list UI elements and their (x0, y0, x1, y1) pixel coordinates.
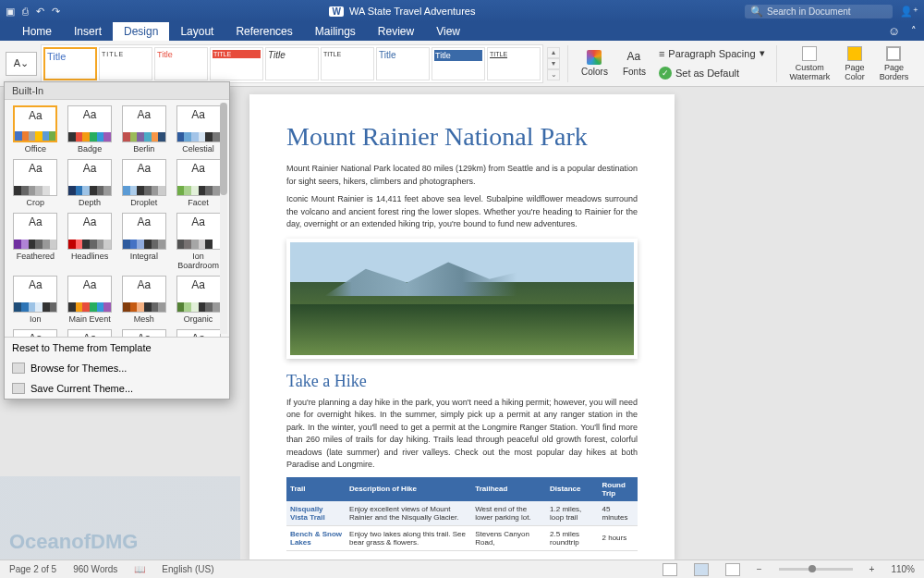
style-thumb[interactable]: TITLE (99, 47, 152, 80)
theme-label: Droplet (119, 198, 170, 207)
paragraph[interactable]: Mount Rainier National Park located 80 m… (286, 163, 638, 188)
theme-option-office[interactable]: AaOffice (10, 105, 61, 154)
print-layout-icon[interactable] (694, 563, 709, 576)
landscape-photo[interactable] (286, 239, 638, 359)
tab-design[interactable]: Design (113, 22, 169, 41)
theme-option-droplet[interactable]: AaDroplet (119, 159, 170, 207)
table-row[interactable]: Nisqually Vista TrailEnjoy excellent vie… (286, 501, 638, 526)
page-borders-button[interactable]: Page Borders (874, 46, 915, 81)
theme-label: Headlines (65, 252, 116, 261)
sidebar-toggle-icon[interactable]: ▣ (6, 6, 15, 18)
theme-option-ion[interactable]: AaIon (10, 276, 61, 324)
table-row[interactable]: Bench & Snow LakesEnjoy two lakes along … (286, 525, 638, 550)
theme-label: Feathered (10, 252, 61, 261)
style-thumb[interactable]: Title (43, 47, 97, 80)
colors-button[interactable]: Colors (576, 50, 614, 77)
theme-option-berlin[interactable]: AaBerlin (119, 105, 170, 154)
collapse-ribbon-icon[interactable]: ˄ (911, 25, 917, 37)
language-indicator[interactable]: English (US) (162, 564, 213, 574)
heading-2[interactable]: Take a Hike (286, 372, 638, 391)
tab-mailings[interactable]: Mailings (304, 22, 367, 41)
style-thumb[interactable]: TITLE (321, 47, 374, 80)
feedback-icon[interactable]: ☺ (888, 24, 900, 38)
search-input[interactable] (767, 6, 887, 17)
theme-label: Organic (173, 314, 224, 324)
theme-option-organic[interactable]: AaOrganic (173, 276, 224, 324)
theme-label: Integral (119, 252, 170, 261)
tab-home[interactable]: Home (11, 22, 63, 41)
spellcheck-icon[interactable]: 📖 (134, 564, 145, 574)
search-icon: 🔍 (750, 6, 763, 18)
folder-icon (12, 363, 25, 374)
page-indicator[interactable]: Page 2 of 5 (9, 564, 56, 574)
zoom-out-button[interactable]: − (757, 564, 762, 574)
page[interactable]: Mount Rainier National Park Mount Rainie… (249, 94, 675, 560)
style-thumb[interactable]: Title (432, 47, 485, 80)
theme-option-celestial[interactable]: AaCelestial (173, 105, 224, 154)
style-thumb[interactable]: TITLE (210, 47, 263, 80)
style-thumb[interactable]: Title (265, 47, 319, 80)
theme-label: Ion Boardroom (173, 252, 224, 270)
tab-layout[interactable]: Layout (169, 22, 225, 41)
style-thumb[interactable]: TITLE (487, 47, 541, 80)
fonts-button[interactable]: Fonts (617, 50, 651, 77)
theme-label: Berlin (119, 144, 170, 154)
heading-1[interactable]: Mount Rainier National Park (286, 122, 638, 152)
theme-label: Celestial (173, 144, 224, 154)
zoom-slider[interactable] (779, 568, 853, 571)
tab-references[interactable]: References (225, 22, 303, 41)
word-count[interactable]: 960 Words (73, 564, 117, 574)
dropdown-scrollbar[interactable] (220, 103, 227, 334)
document-formatting-gallery[interactable]: Title TITLE Title TITLE Title TITLE Titl… (41, 44, 543, 83)
search-box[interactable]: 🔍 (745, 5, 893, 18)
themes-button[interactable]: A⌄ (6, 52, 37, 76)
ribbon: A⌄ Title TITLE Title TITLE Title TITLE T… (0, 41, 924, 87)
tab-insert[interactable]: Insert (63, 22, 113, 41)
hikes-table[interactable]: Trail Description of Hike Trailhead Dist… (286, 477, 638, 551)
theme-option-blank[interactable]: Aa (173, 329, 224, 337)
status-bar: Page 2 of 5 960 Words 📖 English (US) − +… (0, 560, 924, 578)
reset-theme-item[interactable]: Reset to Theme from Template (5, 338, 229, 358)
theme-option-depth[interactable]: AaDepth (65, 159, 116, 207)
paragraph[interactable]: Iconic Mount Rainier is 14,411 feet abov… (286, 193, 638, 231)
style-thumb[interactable]: Title (154, 47, 208, 80)
focus-view-icon[interactable] (663, 563, 677, 576)
spacing-icon: ≡ (659, 48, 664, 59)
theme-option-main-event[interactable]: AaMain Event (65, 276, 116, 324)
share-icon[interactable]: 👤⁺ (900, 6, 918, 18)
theme-option-feathered[interactable]: AaFeathered (10, 213, 61, 270)
theme-option-crop[interactable]: AaCrop (10, 159, 61, 207)
tab-view[interactable]: View (425, 22, 471, 41)
theme-label: Main Event (65, 314, 116, 324)
watermark-button[interactable]: Custom Watermark (784, 46, 836, 81)
page-color-icon (847, 46, 862, 61)
browse-themes-item[interactable]: Browse for Themes... (5, 358, 229, 378)
undo-icon[interactable]: ↶ (36, 6, 44, 18)
theme-option-facet[interactable]: AaFacet (173, 159, 224, 207)
theme-option-badge[interactable]: AaBadge (65, 105, 116, 154)
tab-review[interactable]: Review (367, 22, 425, 41)
redo-icon[interactable]: ↷ (52, 6, 60, 18)
themes-dropdown: Built-In AaOfficeAaBadgeAaBerlinAaCelest… (4, 81, 230, 400)
save-theme-item[interactable]: Save Current Theme... (5, 378, 229, 399)
paragraph-spacing-button[interactable]: ≡Paragraph Spacing▾ (655, 45, 769, 61)
style-thumb[interactable]: Title (376, 47, 430, 80)
theme-label: Ion (10, 314, 61, 324)
theme-option-blank[interactable]: Aa (119, 329, 170, 337)
theme-option-integral[interactable]: AaIntegral (119, 213, 170, 270)
theme-option-blank[interactable]: Aa (10, 329, 61, 337)
zoom-in-button[interactable]: + (869, 564, 875, 574)
page-color-button[interactable]: Page Color (839, 46, 870, 81)
gallery-scroll[interactable]: ▴▾⌄ (547, 47, 560, 80)
theme-option-headlines[interactable]: AaHeadlines (65, 213, 116, 270)
paragraph[interactable]: If you're planning a day hike in the par… (286, 397, 638, 472)
palette-icon (587, 50, 602, 65)
zoom-level[interactable]: 110% (891, 564, 915, 574)
theme-option-ion-boardroom[interactable]: AaIon Boardroom (173, 213, 224, 270)
theme-option-blank[interactable]: Aa (65, 329, 116, 337)
theme-option-mesh[interactable]: AaMesh (119, 276, 170, 324)
set-default-button[interactable]: ✓Set as Default (655, 65, 769, 81)
web-layout-icon[interactable] (725, 563, 740, 576)
save-icon[interactable]: ⎙ (22, 6, 29, 17)
window-title: WA State Travel Adventures (60, 6, 745, 17)
